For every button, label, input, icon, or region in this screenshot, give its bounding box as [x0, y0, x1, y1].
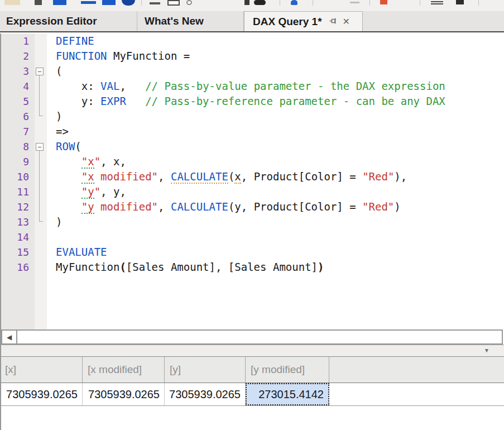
horizontal-scrollbar[interactable]: ◀ [1, 329, 503, 345]
results-header-row: [x] [x modified] [y] [y modified] [0, 357, 504, 383]
column-header-x-modified[interactable]: [x modified] [83, 357, 165, 383]
column-header-empty [329, 357, 504, 383]
line-number: 16 [0, 260, 35, 275]
toolbar-clipped [0, 0, 504, 11]
tab-label: What's New [145, 15, 204, 27]
line-number: 12 [0, 199, 35, 214]
code-line[interactable] [47, 230, 504, 245]
code-line[interactable]: "x modified", CALCULATE(x, Product[Color… [47, 169, 504, 184]
results-splitter[interactable]: ▼ [0, 345, 504, 356]
window-left-border [0, 34, 1, 430]
toolbar-icon-fragment[interactable] [102, 0, 116, 5]
toolbar-icon-fragment[interactable] [244, 0, 249, 5]
code-line[interactable]: MyFunction([Sales Amount], [Sales Amount… [47, 260, 504, 275]
code-line[interactable]: y: EXPR // Pass-by-reference parameter -… [47, 94, 504, 109]
result-cell-empty [329, 383, 504, 405]
pin-icon[interactable] [329, 12, 338, 32]
line-number: 3 [0, 64, 35, 79]
toolbar-separator [420, 0, 420, 6]
toolbar-icon-fragment[interactable] [291, 0, 297, 5]
code-line[interactable]: x: VAL, // Pass-by-value parameter - the… [47, 79, 504, 94]
line-number-gutter: 1 2 3 4 5 6 7 8 9 10 11 12 13 14 15 16 [0, 34, 35, 329]
toolbar-icon-fragment[interactable] [53, 0, 66, 5]
tab-dax-query-1[interactable]: DAX Query 1* ✕ [244, 11, 363, 31]
result-cell-y[interactable]: 7305939.0265 [165, 383, 246, 405]
toolbar-separator [280, 0, 280, 6]
line-number: 2 [0, 49, 35, 64]
tab-expression-editor[interactable]: Expression Editor [0, 11, 137, 31]
code-line[interactable]: DEFINE [47, 34, 504, 49]
line-number: 5 [0, 94, 35, 109]
toolbar-icon-fragment[interactable] [431, 3, 443, 4]
dax-studio-window: Expression Editor What's New DAX Query 1… [0, 0, 504, 430]
column-header-y-modified[interactable]: [y modified] [246, 357, 329, 383]
scroll-left-arrow-icon: ◀ [7, 333, 12, 341]
code-line[interactable]: ROW( [47, 139, 504, 154]
line-number: 14 [0, 230, 35, 245]
code-line[interactable]: FUNCTION MyFunction = [47, 49, 504, 64]
toolbar-icon-fragment[interactable] [431, 1, 443, 2]
toolbar-separator [478, 0, 479, 6]
code-line[interactable]: "y modified", CALCULATE(y, Product[Color… [47, 199, 504, 214]
toolbar-icon-fragment[interactable] [35, 0, 42, 5]
line-number: 6 [0, 109, 35, 124]
code-line[interactable]: EVALUATE [47, 245, 504, 260]
toolbar-icon-fragment[interactable] [150, 2, 160, 4]
line-number: 13 [0, 214, 35, 230]
toolbar-icon-fragment[interactable] [456, 0, 464, 4]
line-number: 4 [0, 79, 35, 94]
fold-collapse-icon[interactable] [36, 143, 44, 151]
line-number: 15 [0, 245, 35, 260]
toolbar-separator [369, 0, 370, 6]
toolbar-icon-fragment[interactable] [4, 0, 20, 5]
scroll-left-button[interactable]: ◀ [2, 331, 17, 343]
line-number: 7 [0, 124, 35, 139]
fold-collapse-icon[interactable] [36, 68, 44, 75]
code-text-area[interactable]: DEFINE FUNCTION MyFunction = ( x: VAL, /… [47, 34, 504, 329]
toolbar-icon-fragment[interactable] [122, 0, 135, 6]
results-grid: [x] [x modified] [y] [y modified] 730593… [0, 356, 504, 430]
result-cell-x[interactable]: 7305939.0265 [0, 383, 83, 405]
scrollbar-track[interactable] [17, 331, 502, 343]
line-number: 10 [0, 169, 35, 184]
toolbar-icon-fragment[interactable] [167, 0, 180, 6]
code-line[interactable]: "x", x, [47, 154, 504, 169]
tab-label: Expression Editor [6, 15, 97, 27]
tab-whats-new[interactable]: What's New [137, 11, 244, 31]
line-number: 11 [0, 184, 35, 199]
fold-line [39, 75, 43, 116]
results-data-row: 7305939.0265 7305939.0265 7305939.0265 2… [0, 383, 504, 406]
document-tab-bar: Expression Editor What's New DAX Query 1… [0, 11, 504, 32]
toolbar-icon-fragment[interactable] [350, 2, 359, 3]
code-line[interactable]: ( [47, 64, 504, 79]
code-line[interactable]: "y", y, [47, 184, 504, 199]
code-line[interactable]: ) [47, 214, 504, 230]
toolbar-icon-fragment[interactable] [186, 0, 192, 5]
toolbar-separator [141, 0, 142, 6]
code-line[interactable]: ) [47, 109, 504, 124]
chevron-down-icon[interactable]: ▼ [484, 347, 489, 353]
toolbar-icon-fragment[interactable] [81, 1, 96, 4]
column-header-x[interactable]: [x] [0, 357, 83, 383]
toolbar-icon-fragment[interactable] [254, 0, 266, 5]
column-header-y[interactable]: [y] [165, 357, 246, 383]
close-icon[interactable]: ✕ [343, 12, 350, 31]
code-line[interactable]: => [47, 124, 504, 139]
toolbar-icon-fragment[interactable] [380, 0, 387, 4]
line-number: 1 [0, 34, 35, 49]
code-editor[interactable]: 1 2 3 4 5 6 7 8 9 10 11 12 13 14 15 16 D… [0, 34, 504, 329]
line-number: 8 [0, 139, 35, 154]
toolbar-separator [313, 0, 313, 6]
fold-line [39, 151, 43, 222]
tab-label: DAX Query 1* [253, 12, 322, 31]
result-cell-y-modified-selected[interactable]: 273015.4142 [246, 383, 329, 405]
result-cell-x-modified[interactable]: 7305939.0265 [83, 383, 165, 405]
line-number: 9 [0, 154, 35, 169]
